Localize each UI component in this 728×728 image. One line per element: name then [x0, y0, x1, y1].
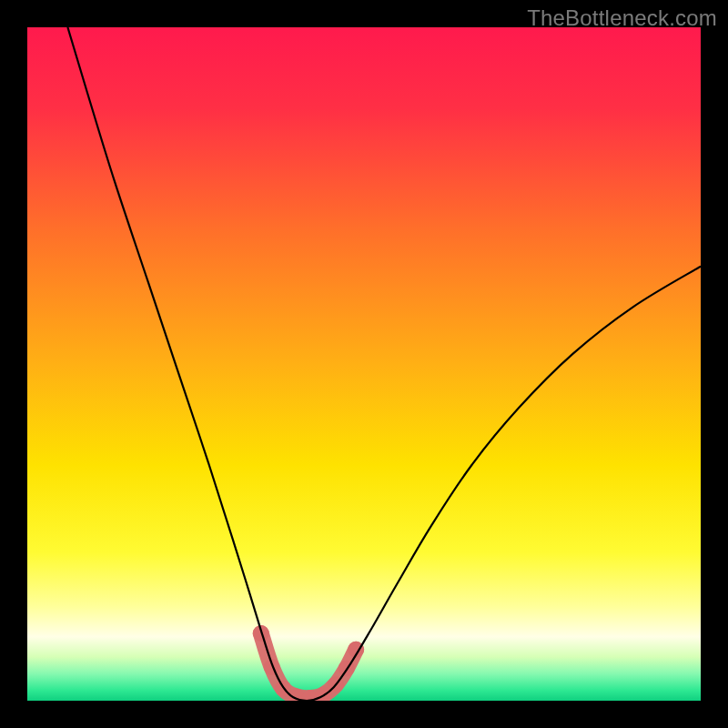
bottleneck-curve [67, 27, 701, 701]
curves-layer [27, 27, 701, 701]
plot-area [27, 27, 701, 701]
watermark-label: TheBottleneck.com [527, 5, 717, 31]
